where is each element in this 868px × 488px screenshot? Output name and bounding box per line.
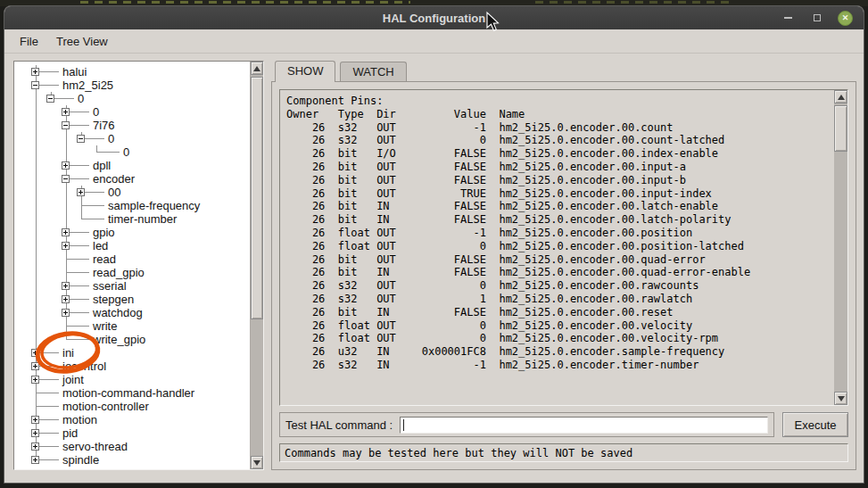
tree-item-stepgen[interactable]: stepgen — [91, 293, 136, 306]
tree-row[interactable]: motion-command-handler — [29, 386, 250, 400]
tree-row[interactable]: 0 — [29, 105, 250, 119]
tree-expander-minus-icon[interactable] — [77, 135, 85, 143]
tree-item-timer-number[interactable]: timer-number — [106, 212, 178, 226]
close-button[interactable]: ✕ — [838, 11, 853, 26]
tree-row[interactable]: timer-number — [29, 212, 250, 226]
tree-row[interactable]: motion-controller — [29, 400, 250, 413]
tree-item-0[interactable]: 0 — [91, 105, 101, 119]
tree-expander-plus-icon[interactable] — [31, 362, 39, 370]
tree-row[interactable]: motion — [29, 413, 250, 426]
tree-expander-minus-icon[interactable] — [31, 81, 39, 89]
tree-row[interactable]: spindle — [29, 453, 250, 467]
tree-expander-minus-icon[interactable] — [62, 121, 70, 129]
tree-expander-plus-icon[interactable] — [77, 188, 85, 196]
tree-scroll-up-button[interactable] — [251, 62, 263, 75]
restore-button[interactable] — [809, 11, 824, 26]
tree-item-motion-controller[interactable]: motion-controller — [61, 400, 151, 413]
tree-row[interactable]: watchdog — [29, 306, 250, 319]
tree-row[interactable]: read_gpio — [29, 266, 250, 279]
tree-item-read[interactable]: read — [91, 252, 118, 266]
minimize-button[interactable] — [781, 11, 796, 26]
tree-expander-plus-icon[interactable] — [62, 309, 70, 317]
tree-item-0[interactable]: 0 — [121, 145, 131, 159]
tree-scrollbar[interactable] — [250, 62, 263, 469]
tree-scrollbar-track[interactable] — [251, 75, 263, 456]
tree-row[interactable]: 0 — [29, 132, 250, 145]
tree-row[interactable]: 00 — [29, 186, 250, 199]
tree-item-spindle[interactable]: spindle — [61, 453, 101, 467]
pins-scrollbar-thumb[interactable] — [834, 105, 847, 152]
tree-row[interactable]: hm2_5i25 — [29, 79, 250, 92]
tree-expander-plus-icon[interactable] — [62, 242, 70, 250]
tree-item-00[interactable]: 00 — [106, 186, 122, 199]
tree-row[interactable]: dpll — [29, 159, 250, 172]
tree-row[interactable]: write_gpio — [29, 333, 250, 346]
tree-expander-minus-icon[interactable] — [62, 175, 70, 183]
tab-show[interactable]: SHOW — [275, 61, 335, 82]
tree-row[interactable]: 0 — [29, 92, 250, 105]
tree-item-pid[interactable]: pid — [61, 426, 79, 440]
tree-row[interactable]: ini — [29, 346, 250, 360]
tree-row[interactable]: sserial — [29, 279, 250, 293]
tree-row[interactable]: led — [29, 239, 250, 252]
tree-row[interactable]: encoder — [29, 172, 250, 186]
pins-scrollbar[interactable] — [834, 90, 847, 405]
tree-expander-plus-icon[interactable] — [62, 295, 70, 303]
tree-expander-plus-icon[interactable] — [31, 349, 39, 357]
tree-item-gpio[interactable]: gpio — [91, 226, 117, 239]
titlebar[interactable]: HAL Configuration ✕ — [4, 6, 864, 29]
tree-item-joint[interactable]: joint — [61, 373, 86, 386]
tree-row[interactable]: joint — [29, 373, 250, 386]
tree-item-ini[interactable]: ini — [61, 346, 76, 360]
tree-row[interactable]: stepgen — [29, 293, 250, 306]
tree-item-dpll[interactable]: dpll — [91, 159, 112, 172]
tree-expander-plus-icon[interactable] — [62, 161, 70, 170]
pins-scroll-up-button[interactable] — [834, 90, 847, 103]
tree-item-sample-frequency[interactable]: sample-frequency — [106, 199, 202, 212]
menu-tree-view[interactable]: Tree View — [48, 31, 116, 52]
tree-expander-plus-icon[interactable] — [31, 416, 39, 424]
tree-row[interactable]: pid — [29, 426, 250, 440]
tree-item-write[interactable]: write — [91, 319, 119, 333]
tree-expander-plus-icon[interactable] — [31, 443, 39, 451]
tree-scrollbar-thumb[interactable] — [251, 77, 263, 319]
tree-row[interactable]: 7i76 — [29, 119, 250, 132]
tree-row[interactable]: 0 — [29, 145, 250, 159]
tree-item-watchdog[interactable]: watchdog — [91, 306, 145, 319]
tree-expander-plus-icon[interactable] — [31, 376, 39, 384]
tree-item-motion[interactable]: motion — [61, 413, 99, 426]
tree-item-iocontrol[interactable]: iocontrol — [61, 360, 108, 373]
tree-item-read_gpio[interactable]: read_gpio — [91, 266, 146, 279]
tree-expander-plus-icon[interactable] — [62, 228, 70, 236]
tree-expander-plus-icon[interactable] — [31, 429, 39, 437]
menu-file[interactable]: File — [12, 31, 46, 52]
tree-expander-plus-icon[interactable] — [62, 282, 70, 290]
tree-expander-plus-icon[interactable] — [31, 68, 39, 76]
tree-scroll-down-button[interactable] — [251, 456, 263, 469]
tree-expander-plus-icon[interactable] — [31, 456, 39, 464]
tree-item-0[interactable]: 0 — [76, 92, 86, 105]
tree-item-7i76[interactable]: 7i76 — [91, 119, 117, 132]
tree-expander-plus-icon[interactable] — [62, 108, 70, 116]
tree-item-write_gpio[interactable]: write_gpio — [91, 333, 147, 346]
tree-row[interactable]: iocontrol — [29, 360, 250, 373]
tree-row[interactable]: sample-frequency — [29, 199, 250, 212]
tree-row[interactable]: gpio — [29, 226, 250, 239]
tree-item-halui[interactable]: halui — [61, 65, 88, 79]
tree-item-servo-thread[interactable]: servo-thread — [61, 440, 129, 453]
tree-expander-minus-icon[interactable] — [46, 95, 54, 103]
tree-item-0[interactable]: 0 — [106, 132, 116, 145]
execute-button[interactable]: Execute — [782, 412, 848, 437]
tree-item-motion-command-handler[interactable]: motion-command-handler — [61, 386, 196, 400]
tree-item-hm2_5i25[interactable]: hm2_5i25 — [61, 79, 115, 92]
pins-scroll-down-button[interactable] — [834, 392, 847, 405]
tree-row[interactable]: servo-thread — [29, 440, 250, 453]
pins-scrollbar-track[interactable] — [834, 103, 847, 392]
tree-row[interactable]: halui — [29, 65, 250, 79]
tree-item-encoder[interactable]: encoder — [91, 172, 136, 186]
tree-item-sserial[interactable]: sserial — [91, 279, 128, 293]
tree-item-led[interactable]: led — [91, 239, 110, 252]
tree-row[interactable]: read — [29, 252, 250, 266]
hal-command-input[interactable] — [400, 417, 768, 434]
tree-row[interactable]: write — [29, 319, 250, 333]
